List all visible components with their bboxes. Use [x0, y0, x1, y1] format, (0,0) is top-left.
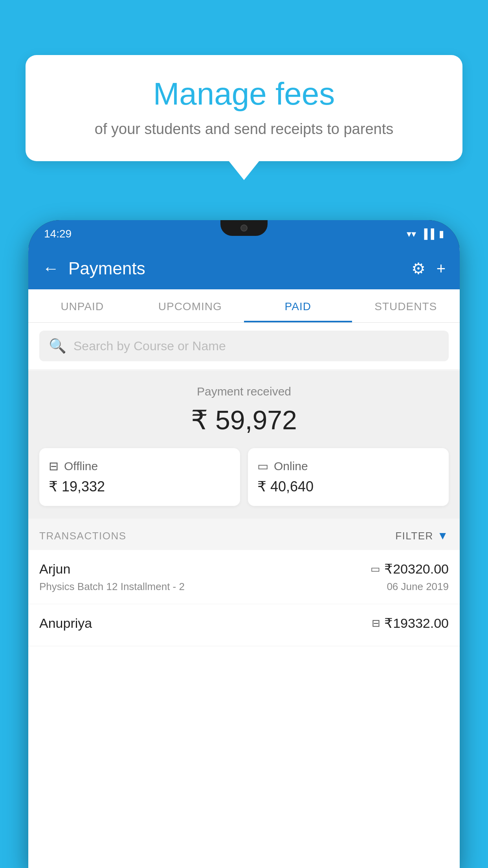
- offline-card: ⊟ Offline ₹ 19,332: [39, 448, 240, 506]
- online-icon: ▭: [257, 459, 268, 473]
- app-screen: ← Payments ⚙ + UNPAID UPCOMING PAID STUD…: [28, 248, 460, 868]
- speech-bubble: Manage fees of your students and send re…: [26, 55, 462, 161]
- status-icons: ▾▾ ▐▐ ▮: [407, 228, 444, 239]
- payment-cards: ⊟ Offline ₹ 19,332 ▭ Online ₹ 40,640: [39, 448, 449, 506]
- search-container: 🔍 Search by Course or Name: [28, 323, 460, 369]
- bubble-subtitle: of your students and send receipts to pa…: [49, 121, 439, 138]
- add-button[interactable]: +: [437, 260, 446, 278]
- transaction-amount-wrap: ▭ ₹20320.00: [371, 561, 449, 577]
- transaction-item[interactable]: Arjun ▭ ₹20320.00 Physics Batch 12 Insta…: [28, 550, 460, 604]
- page-title: Payments: [68, 259, 402, 278]
- transaction-name: Anupriya: [39, 616, 92, 631]
- settings-button[interactable]: ⚙: [411, 259, 426, 278]
- back-button[interactable]: ←: [42, 259, 59, 278]
- tab-unpaid[interactable]: UNPAID: [28, 289, 136, 322]
- app-header: ← Payments ⚙ +: [28, 248, 460, 289]
- signal-icon: ▐▐: [421, 228, 434, 239]
- filter-label: FILTER: [395, 530, 433, 542]
- filter-icon: ▼: [437, 530, 449, 542]
- transaction-detail: Physics Batch 12 Installment - 2: [39, 581, 185, 593]
- offline-label: Offline: [64, 460, 98, 473]
- tab-students[interactable]: STUDENTS: [352, 289, 460, 322]
- transactions-label: TRANSACTIONS: [39, 530, 127, 542]
- transaction-row-top: Arjun ▭ ₹20320.00: [39, 561, 449, 577]
- online-card: ▭ Online ₹ 40,640: [248, 448, 449, 506]
- status-bar: 14:29 ▾▾ ▐▐ ▮: [28, 220, 460, 248]
- status-time: 14:29: [44, 228, 72, 240]
- search-icon: 🔍: [49, 338, 66, 354]
- wifi-icon: ▾▾: [407, 228, 416, 239]
- offline-amount: ₹ 19,332: [49, 478, 231, 495]
- transaction-date: 06 June 2019: [387, 581, 449, 593]
- transaction-amount: ₹19332.00: [384, 615, 449, 631]
- payment-received-label: Payment received: [39, 385, 449, 398]
- tab-upcoming[interactable]: UPCOMING: [136, 289, 244, 322]
- online-card-header: ▭ Online: [257, 459, 439, 473]
- header-icons: ⚙ +: [411, 259, 446, 278]
- tab-bar: UNPAID UPCOMING PAID STUDENTS: [28, 289, 460, 323]
- online-amount: ₹ 40,640: [257, 478, 439, 495]
- transaction-row-bottom: Physics Batch 12 Installment - 2 06 June…: [39, 581, 449, 593]
- transaction-type-icon: ▭: [371, 563, 380, 575]
- transactions-header: TRANSACTIONS FILTER ▼: [28, 519, 460, 550]
- battery-icon: ▮: [439, 228, 444, 239]
- payment-total: ₹ 59,972: [39, 405, 449, 436]
- camera: [240, 224, 248, 232]
- transaction-item[interactable]: Anupriya ⊟ ₹19332.00: [28, 604, 460, 646]
- notch: [220, 220, 268, 236]
- transaction-row-top: Anupriya ⊟ ₹19332.00: [39, 615, 449, 631]
- transaction-amount: ₹20320.00: [384, 561, 449, 577]
- transaction-amount-wrap: ⊟ ₹19332.00: [372, 615, 449, 631]
- filter-button[interactable]: FILTER ▼: [395, 530, 449, 542]
- phone-frame: 14:29 ▾▾ ▐▐ ▮ ← Payments ⚙ + UNPAID UPCO…: [28, 220, 460, 868]
- search-bar[interactable]: 🔍 Search by Course or Name: [39, 331, 449, 361]
- online-label: Online: [274, 460, 308, 473]
- offline-icon: ⊟: [49, 459, 59, 473]
- search-placeholder: Search by Course or Name: [73, 339, 226, 353]
- payment-summary: Payment received ₹ 59,972 ⊟ Offline ₹ 19…: [28, 371, 460, 519]
- transaction-name: Arjun: [39, 561, 70, 577]
- offline-card-header: ⊟ Offline: [49, 459, 231, 473]
- bubble-title: Manage fees: [49, 77, 439, 111]
- transaction-list: Arjun ▭ ₹20320.00 Physics Batch 12 Insta…: [28, 550, 460, 868]
- tab-paid[interactable]: PAID: [244, 289, 352, 322]
- transaction-type-icon: ⊟: [372, 617, 380, 629]
